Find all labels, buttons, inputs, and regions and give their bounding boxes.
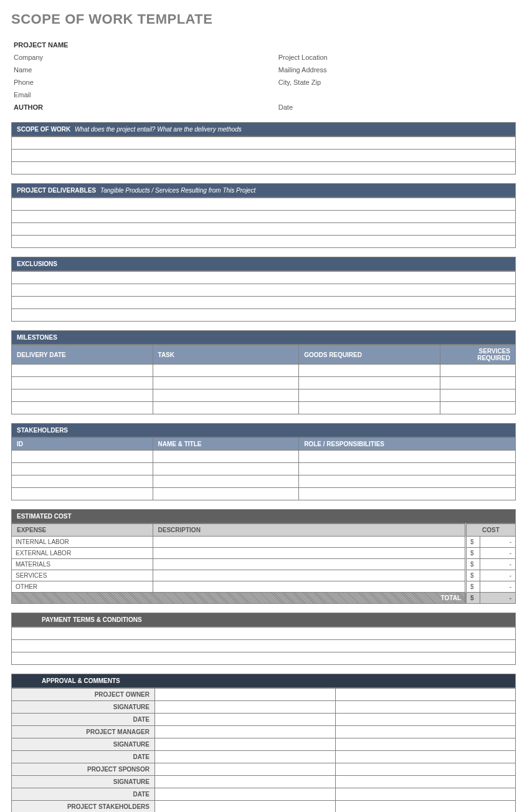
cost-desc-cell[interactable] <box>153 548 465 559</box>
approval-header: APPROVAL & COMMENTS <box>11 674 516 688</box>
approval-row-label: DATE <box>12 714 155 726</box>
approval-row-value[interactable] <box>335 726 516 738</box>
table-cell[interactable] <box>12 451 153 463</box>
exclusions-header: EXCLUSIONS <box>11 257 516 271</box>
approval-row-label: PROJECT MANAGER <box>12 726 155 738</box>
exclusions-section: EXCLUSIONS <box>11 257 516 322</box>
table-cell[interactable] <box>12 475 153 488</box>
approval-row-value[interactable] <box>335 701 516 714</box>
table-cell[interactable] <box>440 365 515 377</box>
approval-row-value[interactable] <box>155 763 336 776</box>
stakeholders-col-role: ROLE / RESPONSIBILITIES <box>299 438 516 451</box>
table-cell[interactable] <box>440 377 515 389</box>
table-cell[interactable] <box>299 463 516 475</box>
author-label: AUTHOR <box>11 101 276 113</box>
table-cell[interactable] <box>440 402 515 414</box>
cost-desc-cell[interactable] <box>153 559 465 570</box>
deliverables-hint: Tangible Products / Services Resulting f… <box>100 187 255 194</box>
table-cell[interactable] <box>153 365 299 377</box>
cost-desc-cell[interactable] <box>153 581 465 593</box>
approval-row-value[interactable] <box>155 751 336 763</box>
approval-row-value[interactable] <box>155 788 336 801</box>
cost-expense-label: INTERNAL LABOR <box>12 537 153 548</box>
approval-row-value[interactable] <box>155 776 336 788</box>
approval-row-value[interactable] <box>335 738 516 751</box>
approval-row-value[interactable] <box>335 776 516 788</box>
table-cell[interactable] <box>12 463 153 475</box>
approval-row-value[interactable] <box>155 801 336 813</box>
table-cell[interactable] <box>299 402 440 414</box>
table-row[interactable] <box>12 640 516 652</box>
approval-section: APPROVAL & COMMENTS PROJECT OWNERSIGNATU… <box>11 674 516 812</box>
approval-row-value[interactable] <box>155 689 336 701</box>
approval-row-value[interactable] <box>155 714 336 726</box>
table-cell[interactable] <box>153 488 299 500</box>
table-cell[interactable] <box>153 463 299 475</box>
table-cell[interactable] <box>153 402 299 414</box>
approval-row-label: SIGNATURE <box>12 701 155 714</box>
approval-row-label: SIGNATURE <box>12 738 155 751</box>
table-row[interactable] <box>12 652 516 665</box>
approval-row-value[interactable] <box>155 726 336 738</box>
cost-currency: $ <box>466 581 480 593</box>
cost-expense-label: EXTERNAL LABOR <box>12 548 153 559</box>
project-info-table: PROJECT NAME CompanyProject Location Nam… <box>11 39 516 113</box>
table-row[interactable] <box>12 272 516 284</box>
table-row[interactable] <box>12 628 516 640</box>
table-row[interactable] <box>12 309 516 322</box>
table-cell[interactable] <box>12 365 153 377</box>
table-cell[interactable] <box>153 451 299 463</box>
table-cell[interactable] <box>153 377 299 389</box>
payment-section: PAYMENT TERMS & CONDITIONS <box>11 613 516 665</box>
table-cell[interactable] <box>440 389 515 402</box>
approval-row-value[interactable] <box>155 701 336 714</box>
table-cell[interactable] <box>153 475 299 488</box>
milestones-col-services: SERVICES REQUIRED <box>440 345 515 365</box>
stakeholders-section: STAKEHOLDERS ID NAME & TITLE ROLE / RESP… <box>11 423 516 500</box>
scope-of-work-rows <box>11 136 516 174</box>
approval-row-value[interactable] <box>335 689 516 701</box>
cost-value[interactable]: - <box>480 581 515 593</box>
table-cell[interactable] <box>153 389 299 402</box>
approval-row-value[interactable] <box>335 763 516 776</box>
approval-row-value[interactable] <box>335 751 516 763</box>
page-title: SCOPE OF WORK TEMPLATE <box>11 11 516 27</box>
table-cell[interactable] <box>12 389 153 402</box>
table-cell[interactable] <box>12 377 153 389</box>
table-row[interactable] <box>12 137 516 150</box>
cost-desc-cell[interactable] <box>153 570 465 581</box>
table-cell[interactable] <box>299 365 440 377</box>
cost-total-value: - <box>480 593 515 604</box>
table-row[interactable] <box>12 223 516 236</box>
cost-value[interactable]: - <box>480 559 515 570</box>
table-cell[interactable] <box>299 451 516 463</box>
approval-row-value[interactable] <box>335 714 516 726</box>
cost-value[interactable]: - <box>480 548 515 559</box>
approval-row-value[interactable] <box>155 738 336 751</box>
cost-desc-cell[interactable] <box>153 537 465 548</box>
table-cell[interactable] <box>299 377 440 389</box>
estimated-cost-header: ESTIMATED COST <box>11 509 516 523</box>
company-label: Company <box>11 51 276 64</box>
project-name-label: PROJECT NAME <box>11 39 276 51</box>
table-row[interactable] <box>12 284 516 297</box>
table-row[interactable] <box>12 198 516 211</box>
table-row[interactable] <box>12 211 516 223</box>
table-row[interactable] <box>12 150 516 162</box>
cost-total-label: TOTAL <box>12 593 466 604</box>
table-cell[interactable] <box>299 475 516 488</box>
cost-value[interactable]: - <box>480 537 515 548</box>
table-cell[interactable] <box>299 389 440 402</box>
table-cell[interactable] <box>12 488 153 500</box>
approval-row-label: PROJECT SPONSOR <box>12 763 155 776</box>
approval-row-value[interactable] <box>335 801 516 813</box>
milestones-col-goods: GOODS REQUIRED <box>299 345 440 365</box>
table-cell[interactable] <box>12 402 153 414</box>
table-row[interactable] <box>12 297 516 309</box>
scope-of-work-header: SCOPE OF WORK What does the project enta… <box>11 122 516 136</box>
cost-value[interactable]: - <box>480 570 515 581</box>
table-row[interactable] <box>12 162 516 174</box>
approval-row-value[interactable] <box>335 788 516 801</box>
table-row[interactable] <box>12 236 516 248</box>
table-cell[interactable] <box>299 488 516 500</box>
